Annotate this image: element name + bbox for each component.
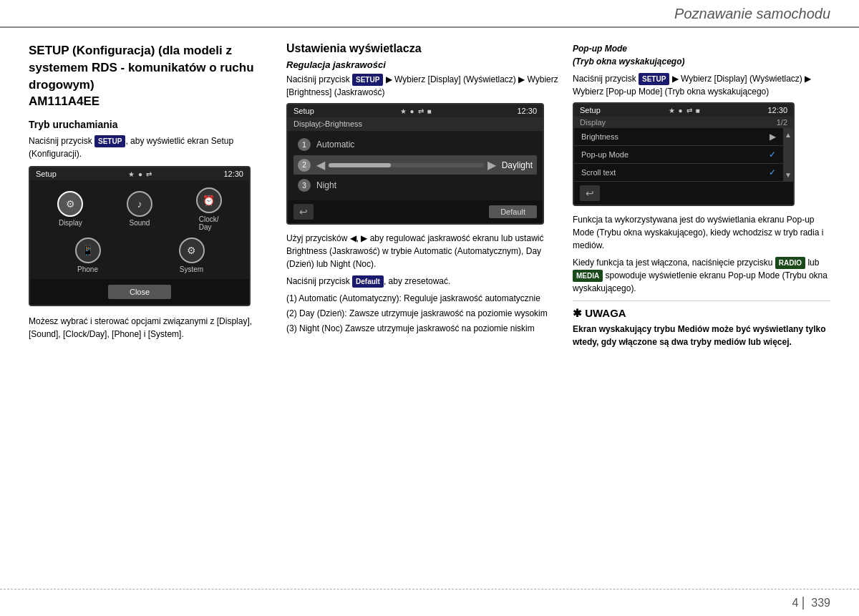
list-item-1: (1) Automatic (Automatyczny): Reguluje j… xyxy=(286,292,558,305)
setup-badge-mid: SETUP xyxy=(352,74,383,86)
setup-bottom: Close xyxy=(30,279,249,305)
popup-list-with-scroll: Brightness ▶ Pop-up Mode ✓ Scroll text ✓… xyxy=(574,128,793,182)
usb-icon2: ⇄ xyxy=(418,107,424,115)
media-badge: MEDIA xyxy=(573,270,603,282)
slider-right-arrow: ▶ xyxy=(487,158,496,172)
popup-row-popup: Pop-up Mode ✓ xyxy=(574,146,783,164)
popup-row-brightness: Brightness ▶ xyxy=(574,128,783,146)
setup-badge-right: SETUP xyxy=(639,73,669,85)
clock-label: Clock/Day xyxy=(199,215,219,231)
popup-title-bar: Display 1/2 xyxy=(574,117,793,128)
option-night: 3 Night xyxy=(293,176,537,195)
note-title: ✱ UWAGA xyxy=(573,307,830,320)
default-button[interactable]: Default xyxy=(489,205,537,218)
option-night-label: Night xyxy=(316,180,336,190)
arrow-icon: ▶ xyxy=(770,132,776,142)
daylight-label: Daylight xyxy=(502,160,533,170)
setup-topbar: Setup ★ ● ⇄ 12:30 xyxy=(30,167,249,180)
popup-time: 12:30 xyxy=(767,106,787,114)
brightness-time: 12:30 xyxy=(517,107,537,115)
popup-heading: Pop-up Mode (Tryb okna wyskakującego) xyxy=(573,42,830,68)
brightness-list: (1) Automatic (Automatyczny): Reguluje j… xyxy=(286,292,558,335)
list-item-2: (2) Day (Dzień): Zawsze utrzymuje jaskra… xyxy=(286,307,558,320)
sound-icon: ♪ xyxy=(127,191,152,217)
left-heading: SETUP (Konfiguracja) (dla modeli z syste… xyxy=(29,42,272,110)
sound-icon-item: ♪ Sound xyxy=(127,191,152,227)
display-icon-item: ⚙ Display xyxy=(57,191,83,227)
phone-label: Phone xyxy=(77,265,98,273)
brightness-screen: Setup ★ ● ⇄ ■ 12:30 Display▷Brightness 1… xyxy=(286,103,544,225)
popup-icons: ★ ● ⇄ ■ xyxy=(669,107,700,114)
display-icon: ⚙ xyxy=(57,191,83,217)
sig-icon: ● xyxy=(410,107,414,115)
note-box: ✱ UWAGA Ekran wyskakujący trybu Mediów m… xyxy=(573,300,830,348)
slider-left-arrow: ◀ xyxy=(316,158,325,172)
display-label: Display xyxy=(59,219,82,227)
left-column: SETUP (Konfiguracja) (dla modeli z syste… xyxy=(29,42,272,580)
signal-icon: ● xyxy=(138,170,142,178)
brightness-topbar: Setup ★ ● ⇄ ■ 12:30 xyxy=(288,104,543,117)
pcd-icon: ■ xyxy=(696,107,700,114)
system-icon: ⚙ xyxy=(179,238,205,263)
setup-time: 12:30 xyxy=(223,170,243,178)
setup-screen-mockup: Setup ★ ● ⇄ 12:30 ⚙ Display ♪ Sound xyxy=(29,166,251,306)
popup-brightness-label: Brightness xyxy=(581,132,618,141)
cd-icon: ■ xyxy=(427,107,432,115)
popup-topbar: Setup ★ ● ⇄ ■ 12:30 xyxy=(574,104,793,117)
bluetooth-icon: ★ xyxy=(128,170,135,178)
check-icon-2: ✓ xyxy=(769,167,776,177)
scroll-up-icon: ▲ xyxy=(785,131,792,139)
pusb-icon: ⇄ xyxy=(686,107,692,114)
brightness-section-heading: Regulacja jaskrawości xyxy=(286,59,558,70)
note-text: Ekran wyskakujący trybu Mediów może być … xyxy=(573,323,830,348)
left-bottom-text: Możesz wybrać i sterować opcjami związan… xyxy=(29,315,272,341)
right-column: Pop-up Mode (Tryb okna wyskakującego) Na… xyxy=(573,42,830,580)
default-badge: Default xyxy=(352,275,384,288)
popup-instruction: Naciśnij przycisk SETUP ▶ Wybierz [Displ… xyxy=(573,72,830,98)
option-daylight: 2 ◀ ▶ Daylight xyxy=(293,155,537,175)
setup-label: Setup xyxy=(36,170,57,178)
brightness-title: Display▷Brightness xyxy=(288,117,543,131)
popup-setup-label: Setup xyxy=(580,106,601,114)
clock-icon-item: ⏰ Clock/Day xyxy=(196,187,222,231)
chapter-number: 4 xyxy=(792,597,798,610)
setup-body: ⚙ Display ♪ Sound ⏰ Clock/Day xyxy=(30,180,249,238)
brightness-setup-label: Setup xyxy=(293,107,314,115)
brightness-bottom: ↩ Default xyxy=(288,200,543,223)
brightness-options: 1 Automatic 2 ◀ ▶ Daylight xyxy=(288,131,543,200)
scroll-bar[interactable]: ▲ ▼ xyxy=(783,128,793,182)
popup-row-scroll: Scroll text ✓ xyxy=(574,164,783,182)
pbt-icon: ★ xyxy=(669,107,675,114)
check-icon-1: ✓ xyxy=(769,150,776,160)
list-item-3: (3) Night (Noc) Zawsze utrzymuje jaskraw… xyxy=(286,322,558,335)
clock-icon: ⏰ xyxy=(196,187,222,213)
radio-badge: RADIO xyxy=(775,257,805,269)
middle-heading: Ustawienia wyświetlacza xyxy=(286,42,558,55)
slider-fill xyxy=(329,163,391,167)
brightness-instruction: Naciśnij przycisk SETUP ▶ Wybierz [Displ… xyxy=(286,73,558,99)
brightness-icons: ★ ● ⇄ ■ xyxy=(400,107,432,115)
page-number: 339 xyxy=(802,597,830,610)
sound-label: Sound xyxy=(130,219,150,227)
popup-back-button[interactable]: ↩ xyxy=(580,185,600,201)
slider-track xyxy=(329,163,484,167)
back-button[interactable]: ↩ xyxy=(293,204,314,220)
option-num-2: 2 xyxy=(298,159,311,172)
middle-column: Ustawienia wyświetlacza Regulacja jaskra… xyxy=(286,42,558,580)
startup-heading: Tryb uruchamiania xyxy=(29,119,272,130)
popup-bottom: ↩ xyxy=(574,182,793,205)
popup-page-num: 1/2 xyxy=(777,118,787,127)
psig-icon: ● xyxy=(679,107,683,114)
page-header: Poznawanie samochodu xyxy=(0,0,859,28)
main-content: SETUP (Konfiguracja) (dla modeli z syste… xyxy=(0,28,859,587)
popup-display-label: Display xyxy=(580,118,606,127)
brightness-slider[interactable]: ◀ ▶ xyxy=(316,158,496,172)
phone-icon: 📱 xyxy=(75,238,101,263)
phone-icon-item: 📱 Phone xyxy=(75,238,101,273)
page-footer: 4 339 xyxy=(0,589,859,616)
popup-description2: Kiedy funkcja ta jest włączona, naciśnię… xyxy=(573,256,830,295)
header-title: Poznawanie samochodu xyxy=(674,6,830,22)
system-icon-item: ⚙ System xyxy=(179,238,205,273)
close-button[interactable]: Close xyxy=(108,285,171,299)
bt-icon: ★ xyxy=(400,107,407,115)
